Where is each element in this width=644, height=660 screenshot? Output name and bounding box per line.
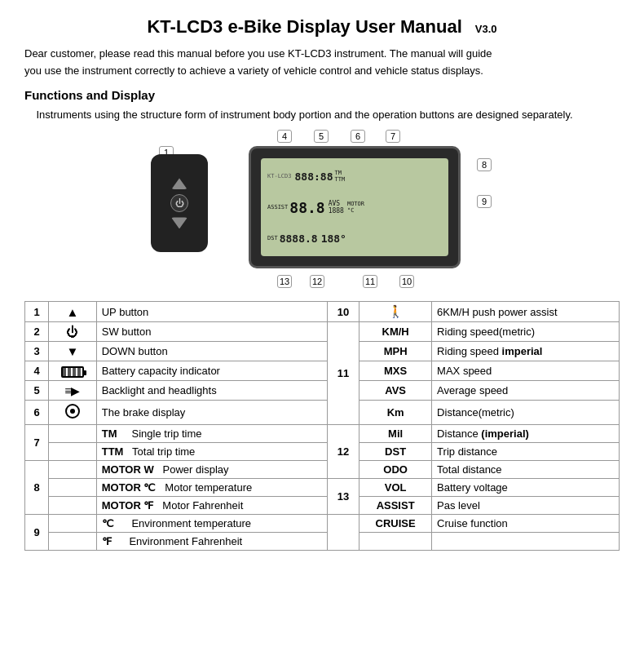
desc-brake: The brake display <box>96 401 327 425</box>
desc-battery: Battery capacity indicator <box>96 361 327 381</box>
svg-point-1 <box>70 409 75 414</box>
desc-vol: Battery voltage <box>432 479 620 497</box>
diagram-container: 4 5 6 7 8 9 1 2 3 13 12 11 10 ⏻ KT-LCD3 … <box>126 130 518 293</box>
label-5: 5 <box>314 130 329 143</box>
label-avs: AVS <box>359 381 432 401</box>
icon-empty-7b <box>48 443 96 461</box>
battery-icon <box>61 366 84 378</box>
main-title: KT-LCD3 e-Bike Display User Manual <box>147 16 461 38</box>
label-12: 12 <box>310 275 324 288</box>
desc-sw: SW button <box>96 322 327 342</box>
row-num-4: 4 <box>25 361 49 381</box>
table-row: MOTOR ℉ Motor Fahrenheit ASSIST Pas leve… <box>25 497 620 515</box>
desc-ttm: TTM Total trip time <box>96 443 327 461</box>
label-13: 13 <box>277 275 292 288</box>
row-num-empty-right <box>327 515 359 551</box>
empty-desc-9b <box>432 533 620 551</box>
desc-motorc: MOTOR ℃ Motor temperature <box>96 479 327 497</box>
label-mil: Mil <box>359 425 432 443</box>
label-8: 8 <box>477 158 492 171</box>
table-row: 2 ⏻ SW button 11 KM/H Riding speed(metri… <box>25 322 620 342</box>
label-odo: ODO <box>359 461 432 479</box>
desc-km: Distance(metric) <box>432 401 620 425</box>
lcd-row-2: ASSIST 88.8 AVS1888 MOTOR°C <box>264 193 445 222</box>
icon-empty-9b <box>48 533 96 551</box>
icon-headlight: ≡▶ <box>48 381 96 401</box>
desc-mil: Distance (imperial) <box>432 425 620 443</box>
table-row: 5 ≡▶ Backlight and headlights AVS Averag… <box>25 381 620 401</box>
label-11: 11 <box>363 275 377 288</box>
row-num-2: 2 <box>25 322 49 342</box>
desc-mxs: MAX speed <box>432 361 620 381</box>
row-num-1: 1 <box>25 302 49 322</box>
desc-up: UP button <box>96 302 327 322</box>
row-num-5: 5 <box>25 381 49 401</box>
table-row: MOTOR ℃ Motor temperature 13 VOL Battery… <box>25 479 620 497</box>
row-num-10: 10 <box>327 302 359 322</box>
features-table: 1 ▲ UP button 10 🚶 6KM/H push power assi… <box>24 301 620 551</box>
desc-envf: ℉ Environment Fahrenheit <box>96 533 327 551</box>
lcd-screen: KT-LCD3 888:88 TMTTM ASSIST 88.8 AVS1888… <box>261 158 448 256</box>
row-num-11: 11 <box>327 322 359 425</box>
remote-down-btn <box>171 217 187 228</box>
desc-down: DOWN button <box>96 342 327 361</box>
remote-up-btn <box>171 178 187 189</box>
label-cruise: CRUISE <box>359 515 432 533</box>
diagram-section: 4 5 6 7 8 9 1 2 3 13 12 11 10 ⏻ KT-LCD3 … <box>24 130 620 293</box>
table-row: 8 MOTOR W Power display ODO Total distan… <box>25 461 620 479</box>
table-row: 1 ▲ UP button 10 🚶 6KM/H push power assi… <box>25 302 620 322</box>
desc-headlight: Backlight and headlights <box>96 381 327 401</box>
icon-empty-7a <box>48 425 96 443</box>
lcd-row-1: KT-LCD3 888:88 TMTTM <box>264 162 445 191</box>
row-num-8: 8 <box>25 461 49 515</box>
row-num-9: 9 <box>25 515 49 551</box>
table-row: TTM Total trip time DST Trip distance <box>25 443 620 461</box>
row-num-12: 12 <box>327 425 359 479</box>
section-title: Functions and Display <box>24 88 620 102</box>
desc-tm: TM Single trip time <box>96 425 327 443</box>
label-mxs: MXS <box>359 361 432 381</box>
label-9: 9 <box>477 195 492 208</box>
label-kmh: KM/H <box>359 322 432 342</box>
desc-dst: Trip distance <box>432 443 620 461</box>
label-10: 10 <box>399 275 414 288</box>
row-num-3: 3 <box>25 342 49 361</box>
icon-empty-8a <box>48 461 96 479</box>
icon-empty-9a <box>48 515 96 533</box>
header-row: KT-LCD3 e-Bike Display User Manual V3.0 <box>24 16 620 38</box>
desc-avs: Average speed <box>432 381 620 401</box>
brake-svg-icon <box>64 403 81 419</box>
desc-odo: Total distance <box>432 461 620 479</box>
table-row: 9 ℃ Environment temperature CRUISE Cruis… <box>25 515 620 533</box>
label-7: 7 <box>386 130 400 143</box>
row-num-13: 13 <box>327 479 359 515</box>
desc-cruise: Cruise function <box>432 515 620 533</box>
remote-control: ⏻ <box>151 154 208 252</box>
row-num-7: 7 <box>25 425 49 461</box>
label-vol: VOL <box>359 479 432 497</box>
empty-label-9b <box>359 533 432 551</box>
table-row: 4 Battery capacity indicator MXS MAX spe… <box>25 361 620 381</box>
icon-down: ▼ <box>48 342 96 361</box>
label-km: Km <box>359 401 432 425</box>
desc-assist: Pas level <box>432 497 620 515</box>
desc-motorw: MOTOR W Power display <box>96 461 327 479</box>
lcd-display: KT-LCD3 888:88 TMTTM ASSIST 88.8 AVS1888… <box>249 146 461 268</box>
row-num-6: 6 <box>25 401 49 425</box>
icon-battery <box>48 361 96 381</box>
table-row: 3 ▼ DOWN button MPH Riding speed imperia… <box>25 342 620 361</box>
label-4: 4 <box>277 130 292 143</box>
label-mph: MPH <box>359 342 432 361</box>
version-label: V3.0 <box>475 23 497 35</box>
lcd-row-3: DST 8888.8 188° <box>264 224 445 253</box>
table-row: 6 The brake display Km Distance(metric) <box>25 401 620 425</box>
desc-kmh: Riding speed(metric) <box>432 322 620 342</box>
icon-empty-8c <box>48 497 96 515</box>
table-row: 7 TM Single trip time 12 Mil Distance (i… <box>25 425 620 443</box>
intro-paragraph: Dear customer, please read this manual b… <box>24 46 620 80</box>
label-6: 6 <box>351 130 365 143</box>
desc-envtemp: ℃ Environment temperature <box>96 515 327 533</box>
label-assist: ASSIST <box>359 497 432 515</box>
label-dst: DST <box>359 443 432 461</box>
icon-brake <box>48 401 96 425</box>
